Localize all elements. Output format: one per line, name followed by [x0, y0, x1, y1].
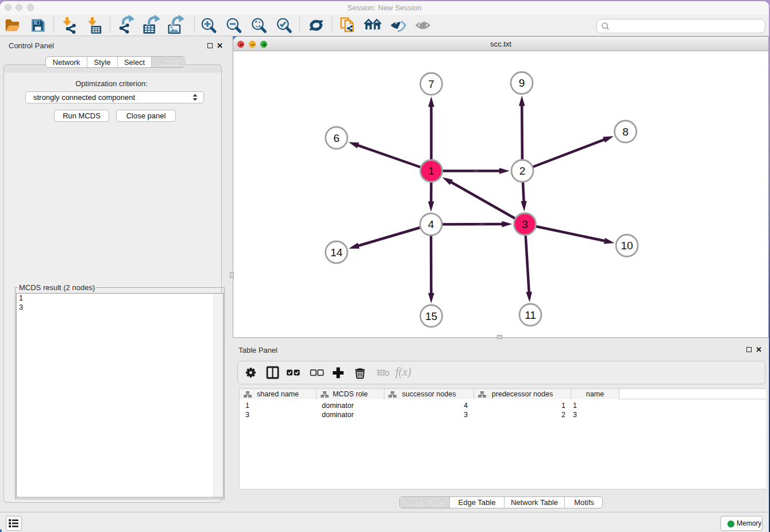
svg-text:14: 14 [330, 246, 343, 259]
svg-text:15: 15 [425, 310, 437, 322]
svg-text:9: 9 [519, 77, 525, 89]
svg-text:6: 6 [333, 132, 340, 144]
svg-text:4: 4 [428, 218, 434, 230]
svg-text:8: 8 [622, 126, 629, 138]
svg-text:3: 3 [522, 218, 528, 230]
svg-text:2: 2 [519, 165, 526, 177]
svg-text:1: 1 [428, 165, 434, 177]
svg-text:11: 11 [525, 309, 536, 321]
svg-text:7: 7 [428, 78, 434, 90]
svg-text:10: 10 [621, 240, 633, 252]
